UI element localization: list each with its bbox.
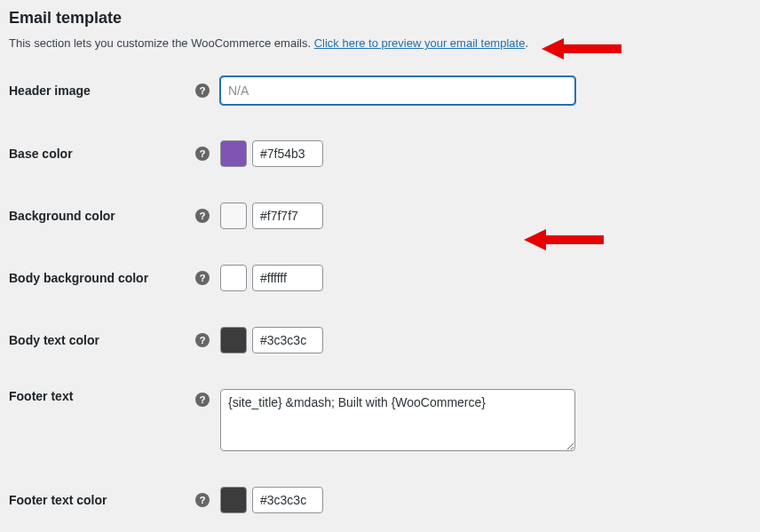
label-footer-text-color: Footer text color xyxy=(9,493,107,507)
row-header-image: Header image ? xyxy=(9,76,751,105)
row-background-color: Background color ? xyxy=(9,202,751,229)
footer-text-color-swatch[interactable] xyxy=(220,487,247,513)
body-bg-color-input[interactable] xyxy=(252,265,323,291)
row-footer-text-color: Footer text color ? xyxy=(9,487,751,513)
label-footer-text: Footer text xyxy=(9,389,73,403)
label-header-image: Header image xyxy=(9,83,91,98)
background-color-swatch[interactable] xyxy=(220,202,247,229)
label-body-bg-color: Body background color xyxy=(9,271,148,285)
desc-prefix: This section lets you customize the WooC… xyxy=(9,36,314,50)
background-color-input[interactable] xyxy=(252,202,323,229)
row-footer-text: Footer text ? xyxy=(9,389,751,451)
preview-template-link[interactable]: Click here to preview your email templat… xyxy=(314,36,526,50)
row-body-text-color: Body text color ? xyxy=(9,327,751,353)
section-description: This section lets you customize the WooC… xyxy=(9,36,751,50)
annotation-arrow-icon xyxy=(524,226,604,253)
body-text-color-input[interactable] xyxy=(252,327,323,353)
help-icon[interactable]: ? xyxy=(195,271,210,285)
desc-suffix: . xyxy=(525,36,528,50)
row-body-bg-color: Body background color ? xyxy=(9,265,751,291)
row-base-color: Base color ? xyxy=(9,140,751,167)
label-base-color: Base color xyxy=(9,147,73,161)
header-image-input[interactable] xyxy=(220,76,575,105)
help-icon[interactable]: ? xyxy=(195,333,210,347)
help-icon[interactable]: ? xyxy=(195,209,210,223)
base-color-input[interactable] xyxy=(252,140,323,167)
svg-marker-1 xyxy=(524,229,604,250)
help-icon[interactable]: ? xyxy=(195,393,210,407)
body-bg-color-swatch[interactable] xyxy=(220,265,247,291)
footer-text-textarea[interactable] xyxy=(220,389,575,451)
footer-text-color-input[interactable] xyxy=(252,487,323,513)
help-icon[interactable]: ? xyxy=(195,83,210,98)
body-text-color-swatch[interactable] xyxy=(220,327,247,353)
section-title: Email template xyxy=(9,9,751,28)
help-icon[interactable]: ? xyxy=(195,493,210,507)
base-color-swatch[interactable] xyxy=(220,140,247,167)
label-background-color: Background color xyxy=(9,209,115,223)
label-body-text-color: Body text color xyxy=(9,333,99,347)
help-icon[interactable]: ? xyxy=(195,147,210,161)
